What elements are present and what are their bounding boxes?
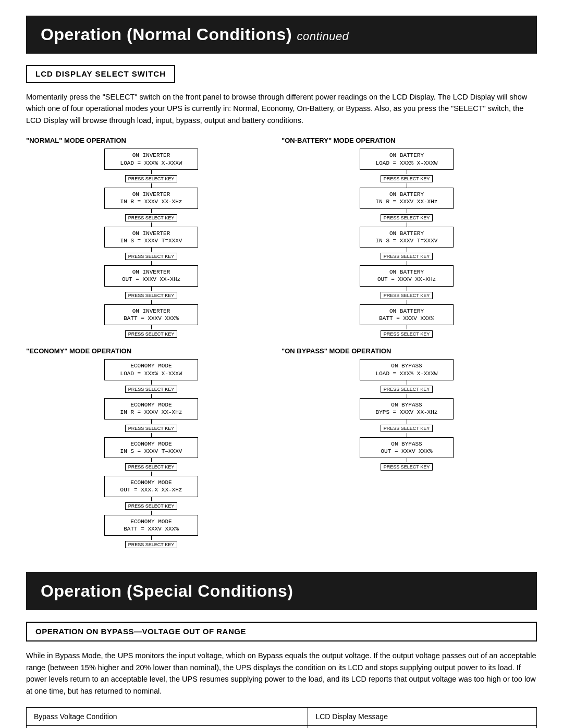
onbypass-mode-diagram: "ON BYPASS" MODE OPERATION ON BYPASSLOAD…: [282, 347, 537, 558]
flow-line: [407, 248, 407, 252]
flow-box: ON INVERTERLOAD = XXX% X-XXXW: [104, 149, 198, 170]
flow-line: [407, 300, 407, 304]
press-key-label: PRESS SELECT KEY: [125, 292, 177, 299]
flow-box: ON BATTERYLOAD = XXX% X-XXXW: [360, 149, 454, 170]
press-key-label: PRESS SELECT KEY: [125, 425, 177, 432]
flow-connector: PRESS SELECT KEY: [125, 380, 177, 398]
press-key-label: PRESS SELECT KEY: [381, 425, 433, 432]
press-key-label: PRESS SELECT KEY: [125, 386, 177, 393]
flow-connector: PRESS SELECT KEY: [381, 419, 433, 437]
press-key-label: PRESS SELECT KEY: [125, 502, 177, 510]
flow-box: ON INVERTERIN S = XXXV T=XXXV: [104, 227, 198, 248]
press-key-label: PRESS SELECT KEY: [125, 330, 177, 338]
table-row: >15% Higher than Nominal BYPASS HI NO O/…: [27, 726, 537, 728]
flow-box: ECONOMY MODEIN R = XXXV XX-XHz: [104, 398, 198, 419]
press-key-label: PRESS SELECT KEY: [381, 330, 433, 338]
normal-mode-diagram: "NORMAL" MODE OPERATION ON INVERTERLOAD …: [26, 137, 282, 347]
flow-line: [151, 497, 152, 501]
flow-connector: PRESS SELECT KEY: [381, 380, 433, 398]
flow-line: [151, 287, 152, 291]
flow-line: [407, 394, 407, 398]
flow-line: [151, 248, 152, 252]
economy-mode-diagram: "ECONOMY" MODE OPERATION ECONOMY MODELOA…: [26, 347, 282, 558]
flow-connector: PRESS SELECT KEY: [381, 325, 433, 339]
press-key-label: PRESS SELECT KEY: [381, 214, 433, 221]
diagrams-container: "NORMAL" MODE OPERATION ON INVERTERLOAD …: [26, 137, 537, 558]
flow-line: [151, 380, 152, 385]
flow-line: [151, 511, 152, 515]
flow-connector: PRESS SELECT KEY: [125, 536, 177, 549]
flow-box: ON INVERTERBATT = XXXV XXX%: [104, 304, 198, 326]
table-header-col1: Bypass Voltage Condition: [27, 708, 308, 726]
flow-line: [407, 325, 407, 329]
flow-connector: PRESS SELECT KEY: [125, 497, 177, 515]
flow-connector: PRESS SELECT KEY: [381, 287, 433, 304]
flow-line: [151, 472, 152, 476]
flow-connector: PRESS SELECT KEY: [125, 248, 177, 265]
onbypass-mode-title: "ON BYPASS" MODE OPERATION: [282, 347, 532, 355]
flow-line: [407, 380, 407, 385]
flow-box: ON BYPASSLOAD = XXX% X-XXXW: [360, 359, 454, 380]
flow-line: [407, 287, 407, 291]
flow-box: ON INVERTEROUT = XXXV XX-XHz: [104, 265, 198, 287]
bypass-table: Bypass Voltage Condition LCD Display Mes…: [26, 707, 537, 728]
press-key-label: PRESS SELECT KEY: [125, 253, 177, 260]
flow-box: ON BATTERYIN R = XXXV XX-XHz: [360, 188, 454, 209]
press-key-label: PRESS SELECT KEY: [381, 175, 433, 182]
flow-line: [151, 536, 152, 540]
flow-line: [407, 183, 407, 188]
press-key-label: PRESS SELECT KEY: [381, 463, 433, 471]
flow-line: [151, 433, 152, 437]
economy-mode-title: "ECONOMY" MODE OPERATION: [26, 347, 276, 355]
flow-line: [151, 183, 152, 188]
flow-connector: PRESS SELECT KEY: [125, 458, 177, 476]
table-cell-condition: >15% Higher than Nominal: [27, 726, 308, 728]
main-header: Operation (Normal Conditions) continued: [26, 16, 537, 54]
flow-connector: PRESS SELECT KEY: [125, 325, 177, 339]
flow-connector: PRESS SELECT KEY: [125, 170, 177, 188]
flow-line: [151, 300, 152, 304]
table-cell-message: BYPASS HI NO O/P: [308, 726, 537, 728]
flow-line: [407, 170, 407, 174]
special-conditions-header: Operation (Special Conditions): [26, 572, 537, 610]
flow-line: [151, 325, 152, 329]
flow-line: [407, 419, 407, 424]
press-key-label: PRESS SELECT KEY: [125, 463, 177, 471]
flow-connector: PRESS SELECT KEY: [125, 209, 177, 227]
flow-box: ECONOMY MODEBATT = XXXV XXX%: [104, 515, 198, 536]
flow-connector: PRESS SELECT KEY: [381, 248, 433, 265]
flow-box: ECONOMY MODEIN S = XXXV T=XXXV: [104, 437, 198, 459]
press-key-label: PRESS SELECT KEY: [381, 386, 433, 393]
table-header-row: Bypass Voltage Condition LCD Display Mes…: [27, 708, 537, 726]
flow-box: ECONOMY MODEOUT = XXX.X XX-XHz: [104, 476, 198, 497]
lcd-body-text: Momentarily press the "SELECT" switch on…: [26, 91, 537, 126]
page: Operation (Normal Conditions) continued …: [0, 0, 563, 728]
flow-line: [151, 394, 152, 398]
flow-line: [407, 223, 407, 227]
flow-line: [151, 458, 152, 462]
onbypass-mode-flowchart: ON BYPASSLOAD = XXX% X-XXXW PRESS SELECT…: [282, 359, 532, 472]
flow-connector: PRESS SELECT KEY: [125, 287, 177, 304]
flow-connector: PRESS SELECT KEY: [381, 209, 433, 227]
flow-line: [407, 458, 407, 462]
press-key-label: PRESS SELECT KEY: [125, 214, 177, 221]
press-key-label: PRESS SELECT KEY: [125, 541, 177, 548]
onbattery-mode-diagram: "ON-BATTERY" MODE OPERATION ON BATTERYLO…: [282, 137, 537, 347]
flow-line: [407, 261, 407, 265]
bypass-body-text: While in Bypass Mode, the UPS monitors t…: [26, 650, 537, 697]
press-key-label: PRESS SELECT KEY: [381, 292, 433, 299]
flow-box: ON BATTERYOUT = XXXV XX-XHz: [360, 265, 454, 287]
flow-line: [151, 419, 152, 424]
onbattery-mode-flowchart: ON BATTERYLOAD = XXX% X-XXXW PRESS SELEC…: [282, 149, 532, 339]
bypass-section: OPERATION ON BYPASS—VOLTAGE OUT OF RANGE…: [26, 622, 537, 728]
lcd-section: LCD DISPLAY SELECT SWITCH Momentarily pr…: [26, 65, 537, 126]
flow-box: ON BYPASSOUT = XXXV XXX%: [360, 437, 454, 459]
flow-box: ON BATTERYBATT = XXXV XXX%: [360, 304, 454, 326]
page-title: Operation (Normal Conditions) continued: [41, 25, 522, 44]
flow-box: ON BATTERYIN S = XXXV T=XXXV: [360, 227, 454, 248]
flow-box: ON BYPASSBYPS = XXXV XX-XHz: [360, 398, 454, 419]
lcd-section-header: LCD DISPLAY SELECT SWITCH: [26, 65, 175, 83]
flow-box: ON INVERTERIN R = XXXV XX-XHz: [104, 188, 198, 209]
table-header-col2: LCD Display Message: [308, 708, 537, 726]
flow-line: [151, 209, 152, 213]
